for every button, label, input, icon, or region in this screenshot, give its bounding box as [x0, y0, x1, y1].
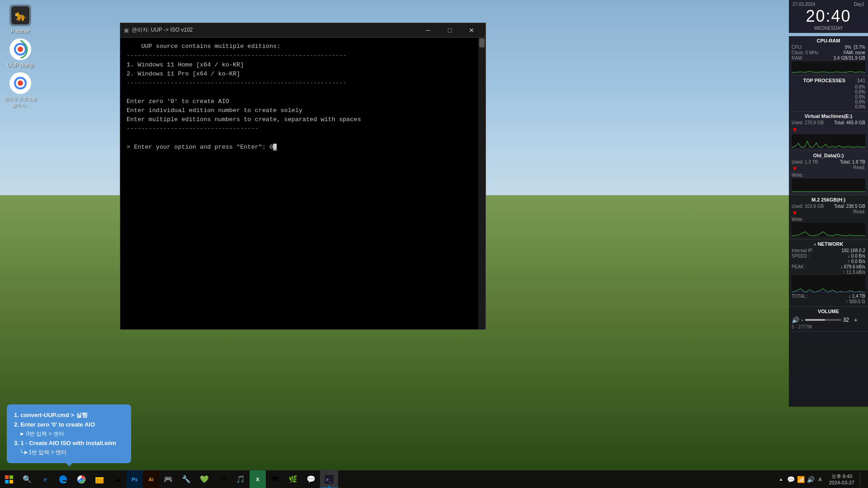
svg-rect-23 — [95, 477, 99, 479]
close-button[interactable]: ✕ — [461, 23, 482, 37]
date-right: Day1 — [854, 2, 864, 7]
terminal-line-3: 2. Windows 11 Pro [x64 / ko-KR] — [127, 70, 479, 79]
taskbar-app-misc8[interactable]: 💬 — [302, 470, 320, 488]
desktop-icon-uup-dump[interactable]: UUP dump — [2, 38, 38, 68]
volume-minus[interactable]: - — [801, 316, 803, 324]
taskbar-app-misc4[interactable]: ✉ — [213, 470, 231, 488]
explorer-icon — [95, 475, 104, 484]
show-desktop[interactable] — [860, 473, 864, 486]
inst-item-3: 3. 1 - Create AIO ISO with install.wim — [14, 439, 124, 447]
ram-label: RAM: — [792, 56, 803, 61]
tray-network[interactable]: 📶 — [797, 475, 805, 483]
cpu-row: CPU: 0% [3.7% — [792, 45, 865, 50]
taskbar-app-misc7[interactable]: 🌿 — [284, 470, 302, 488]
process-row-2: 0.0% — [792, 89, 865, 94]
network-section: ● NETWORK Internal IP: 192.168.0.2 SPEED… — [789, 239, 868, 307]
old-data-title: Old_Data(G:) — [792, 153, 865, 158]
taskbar-app-explorer[interactable] — [90, 470, 108, 488]
instruction-box: 1. convert-UUP.cmd > 실행 2. Enter zero '0… — [7, 404, 131, 463]
volume-section: VOLUME 🔊 - 32 + 5 - 2777M — [789, 307, 868, 332]
uup-dump-label: UUP dump — [7, 62, 33, 68]
terminal-line-6: Enter multiple editions numbers to creat… — [127, 115, 479, 124]
minimize-button[interactable]: ─ — [418, 23, 439, 37]
network-peak-row: PEAK : ↓ 679.6 kB/s — [792, 264, 865, 269]
m2-down-icon: ▼ — [792, 209, 798, 216]
terminal-prompt: > Enter your option and press "Enter": 0… — [127, 143, 479, 152]
datetime-panel: 27.03.2024 Day1 20:40 WEDNESDAY — [789, 0, 868, 33]
svg-rect-12 — [792, 223, 865, 236]
top-processes-title: TOP PROCESSES 141 — [792, 78, 865, 83]
maximize-button[interactable]: □ — [439, 23, 460, 37]
terminal-sep-2: ----------------------------------------… — [127, 79, 479, 88]
terminal-scrollbar[interactable] — [478, 38, 486, 329]
terminal-blank-1 — [127, 88, 479, 97]
taskbar: 🔍 e ☁ Ps Ai 🎮 🔧 💚 ✉ 🎵 X 🗺 🌿 — [0, 470, 868, 488]
network-title: ● NETWORK — [792, 241, 865, 247]
inst-item-2-sub: ► 0번 입력 > 엔터 — [19, 430, 124, 438]
network-graph — [792, 275, 865, 293]
taskbar-app-misc1[interactable]: 🎮 — [159, 470, 177, 488]
keyboard-layout[interactable]: A — [818, 477, 821, 482]
tray-chat[interactable]: 💬 — [787, 475, 795, 483]
volume-level: 32 — [843, 317, 852, 323]
desktop-icon-panther[interactable]: 🐆 Panther — [2, 5, 38, 34]
terminal-sep-1: ----------------------------------------… — [127, 51, 479, 60]
terminal-window: ▣ 관리자: UUP -> ISO v102 ─ □ ✕ UUP source … — [120, 23, 486, 330]
mute-button[interactable]: 🔊 — [792, 316, 799, 324]
taskbar-app-terminal[interactable]: >_ — [320, 470, 338, 488]
taskbar-app-ie[interactable]: e — [36, 470, 54, 488]
taskbar-app-onedrive[interactable]: ☁ — [108, 470, 127, 488]
taskbar-app-ps[interactable]: Ps — [127, 470, 143, 488]
taskbar-app-excel[interactable]: X — [250, 470, 266, 488]
volume-title: VOLUME — [792, 309, 865, 314]
svg-point-5 — [18, 47, 23, 52]
date-line: 27.03.2024 Day1 — [789, 2, 868, 7]
chrome-icon — [77, 475, 86, 484]
taskbar-app-misc3[interactable]: 💚 — [195, 470, 213, 488]
cpu-ram-section: CPU-RAM CPU: 0% [3.7% Clock: 0 MHz FAM: … — [789, 36, 868, 76]
taskbar-clock[interactable]: 오후 8:40 2024-03-27 — [826, 473, 858, 485]
terminal-body[interactable]: UUP source contains multiple editions: -… — [120, 38, 486, 329]
vm-storage-row: Used: 270.9 GB Total: 465.8 GB — [792, 120, 865, 125]
process-row-4: 0.0% — [792, 99, 865, 104]
taskbar-app-chrome[interactable] — [72, 470, 90, 488]
taskbar-app-misc2[interactable]: 🔧 — [177, 470, 195, 488]
volume-slider[interactable] — [805, 319, 841, 321]
terminal-line-2: 1. Windows 11 Home [x64 / ko-KR] — [127, 61, 479, 70]
start-button[interactable] — [0, 470, 18, 488]
terminal-title-icon: ▣ — [124, 27, 129, 33]
network-ip-row: Internal IP: 192.168.0.2 — [792, 248, 865, 253]
svg-rect-14 — [5, 475, 9, 479]
taskbar-app-misc5[interactable]: 🎵 — [231, 470, 250, 488]
svg-rect-11 — [792, 178, 865, 192]
m2-title: M.2 256GB(H:) — [792, 197, 865, 202]
old-data-down-icon: ▼ — [792, 165, 798, 172]
m2-storage-row: Used: 103.9 GB Total: 238.5 GB — [792, 204, 865, 209]
panther-icon: 🐆 — [9, 5, 31, 26]
cpu-label: CPU: — [792, 45, 802, 50]
process-row-3: 0.0% — [792, 94, 865, 99]
panther-label: Panther — [11, 28, 30, 34]
start-icon — [5, 475, 13, 483]
taskbar-app-ai[interactable]: Ai — [143, 470, 159, 488]
uup-dump-icon — [9, 38, 31, 60]
taskbar-app-misc6[interactable]: 🗺 — [266, 470, 284, 488]
windows-install-label: 윈도우 프로그램설치사... — [4, 96, 37, 108]
tray-chevron[interactable]: ▲ — [777, 475, 785, 483]
desktop-icon-windows-install[interactable]: 윈도우 프로그램설치사... — [2, 72, 38, 108]
terminal-line-5: Enter individual edition number to creat… — [127, 106, 479, 115]
volume-control: 🔊 - 32 + — [792, 315, 865, 324]
clock-label: Clock: 0 MHz — [792, 50, 818, 55]
cpu-ram-title: CPU-RAM — [792, 38, 865, 43]
volume-plus[interactable]: + — [854, 316, 858, 324]
svg-rect-16 — [5, 480, 9, 483]
tray-volume[interactable]: 🔊 — [807, 475, 815, 483]
terminal-icon: >_ — [325, 475, 334, 484]
fam-label: FAM: none — [844, 50, 865, 55]
clock-date: 2024-03-27 — [829, 480, 854, 485]
day-name: WEDNESDAY — [789, 26, 868, 31]
svg-point-9 — [18, 80, 23, 86]
taskbar-app-edge[interactable] — [54, 470, 72, 488]
taskbar-search[interactable]: 🔍 — [18, 470, 36, 488]
cpu-value: 0% [3.7% — [844, 45, 865, 50]
